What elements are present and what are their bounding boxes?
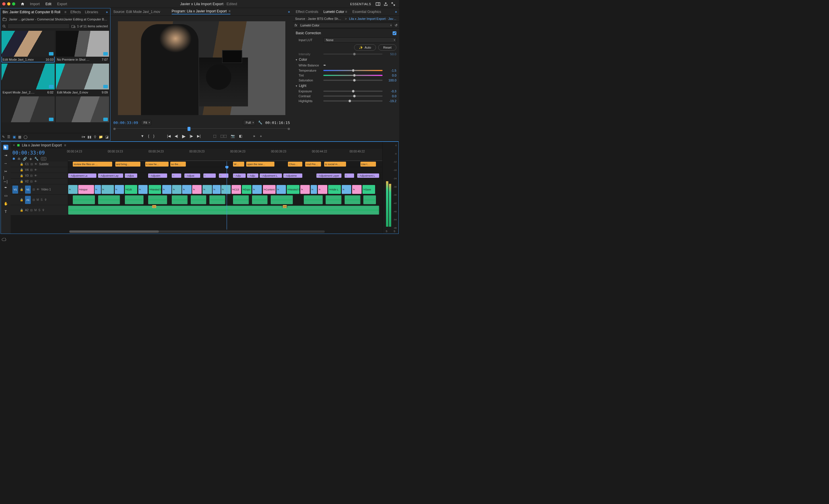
subtitle-clip[interactable]: Choo… [288, 162, 302, 167]
sort-icon[interactable]: ≡▾ [81, 135, 85, 139]
bin-clip[interactable]: Edit Mode Javi_1.mov16:03 [1, 31, 55, 63]
audio-clip[interactable] [233, 195, 249, 204]
source-monitor-tab[interactable]: Source: Edit Mode Javi_1.mov [113, 10, 160, 14]
input-lut-dropdown[interactable]: None [323, 37, 396, 43]
hand-tool[interactable]: ✋ [3, 201, 8, 206]
lock-icon[interactable]: 🔒 [20, 209, 23, 212]
highlights-value[interactable]: -19.2 [385, 99, 396, 103]
solo-right[interactable]: S [394, 230, 395, 233]
track-target[interactable]: V1 [25, 185, 31, 193]
creative-cloud-icon[interactable] [2, 238, 6, 241]
track-lane[interactable]: fx Adjustment Lafx Adjustment Layfx Adju… [68, 173, 382, 178]
video-clip[interactable]: fx [252, 185, 262, 194]
type-tool[interactable]: T [3, 209, 8, 214]
video-clip[interactable]: fx [115, 185, 124, 194]
timeline-timecode[interactable]: 00:00:33:09 [12, 150, 66, 156]
bin-clip[interactable] [1, 96, 55, 128]
toggle-output-icon[interactable]: 👁 [34, 174, 37, 177]
video-clip[interactable]: fx [203, 185, 212, 194]
basic-correction-toggle[interactable] [393, 31, 396, 35]
video-clip[interactable]: fx Save [362, 185, 375, 194]
playhead[interactable] [227, 161, 227, 229]
toggle-output-icon[interactable]: 👁 [34, 168, 37, 172]
video-clip[interactable]: fx [342, 185, 351, 194]
monitor-expand-icon[interactable]: » [288, 10, 290, 14]
fit-dropdown[interactable]: Fit [141, 120, 151, 125]
intensity-slider[interactable] [323, 53, 383, 55]
adjustment-clip[interactable]: fx Adjustme [283, 174, 302, 178]
minimize-window-button[interactable] [7, 2, 10, 5]
adjustment-clip[interactable]: fx [203, 174, 216, 178]
zoom-slider-icon[interactable]: ◯ [24, 135, 27, 139]
video-clip[interactable]: fx [138, 185, 148, 194]
monitor-scrubber[interactable] [113, 126, 290, 132]
audio-clip[interactable] [363, 195, 376, 204]
adjustment-clip[interactable]: fx Adjustm [148, 174, 167, 178]
bin-clip[interactable]: Export Mode Javi_2.mov6:02 [1, 64, 55, 95]
sequence-close-icon[interactable]: × [13, 143, 15, 147]
track-lane[interactable]: CoConst [68, 205, 382, 215]
basic-correction-header[interactable]: Basic Correction [296, 31, 321, 35]
lock-icon[interactable]: 🔒 [20, 180, 23, 183]
timeline-ruler[interactable]: 00:00:14:2300:00:19:2300:00:24:2300:00:2… [68, 149, 382, 161]
track-select-tool[interactable]: ⇥ [3, 153, 8, 158]
bin-breadcrumb[interactable]: Javier …ge\Javier - Commercial Shots\Jav… [0, 16, 110, 23]
reset-effect-icon[interactable]: ↺ [395, 23, 398, 27]
adjustment-clip[interactable]: fx Adjustment Lay [98, 174, 123, 178]
step-forward-icon[interactable]: |▶ [189, 134, 193, 139]
video-clip[interactable]: fx Nested S [149, 185, 161, 194]
video-clip[interactable]: fx Edit [125, 185, 138, 194]
temperature-value[interactable]: -1.5 [385, 69, 396, 72]
tab-export[interactable]: Export [57, 2, 67, 6]
bin-clip[interactable]: No Premiere in Shot Editi…7:07 [56, 31, 109, 63]
subtitle-clip[interactable]: to social m… [324, 162, 346, 167]
go-to-out-icon[interactable]: ▶| [196, 134, 201, 139]
subtitle-clip[interactable]: And Pre… [305, 162, 321, 167]
video-clip[interactable]: fx [213, 185, 220, 194]
audio-clip[interactable] [172, 195, 187, 204]
ripple-edit-tool[interactable]: ↔ [3, 161, 8, 166]
snap-icon[interactable]: ✱ [12, 157, 15, 161]
close-window-button[interactable] [2, 2, 5, 5]
panel-expand-icon[interactable]: » [106, 10, 108, 14]
saturation-slider[interactable] [323, 80, 383, 81]
audio-clip[interactable] [326, 195, 341, 204]
lock-icon[interactable]: 🔒 [20, 198, 23, 202]
tab-effect-controls[interactable]: Effect Controls [296, 10, 318, 14]
bin-clip[interactable]: Edit Mode Javi_0.mov9:09 [56, 64, 109, 95]
adjustment-clip[interactable]: fx [172, 174, 181, 178]
contrast-slider[interactable] [323, 96, 383, 97]
track-header[interactable]: 🔒 V4 ⊟ 👁 [11, 167, 68, 173]
zoom-dropdown[interactable]: Full [243, 120, 255, 125]
bin-clip[interactable] [56, 96, 109, 128]
lock-icon[interactable]: 🔒 [20, 168, 23, 172]
adjustment-clip[interactable]: fx Adjus [125, 174, 138, 178]
timeline-zoom-scrollbar[interactable] [69, 230, 325, 233]
extract-icon[interactable]: ⬚⬚ [220, 134, 227, 139]
magnet-icon[interactable]: ⋒ [17, 157, 21, 161]
tint-value[interactable]: 0.0 [385, 74, 396, 77]
lock-icon[interactable]: 🔒 [20, 174, 23, 177]
video-clip[interactable]: fx Hide L [328, 185, 341, 194]
source-patch[interactable]: V1 [12, 185, 18, 193]
track-lane[interactable]: review the files on …and bring…A new he…… [68, 161, 382, 167]
track-header[interactable]: 🔒 A2 ⊟ M S🎙 [11, 205, 68, 215]
track-lane[interactable] [68, 195, 382, 205]
contrast-value[interactable]: 0.0 [385, 94, 396, 98]
step-back-icon[interactable]: ◀| [174, 134, 179, 139]
sync-lock-icon[interactable]: ⊟ [30, 168, 33, 172]
find-icon[interactable]: ⚲ [94, 135, 96, 139]
video-clip[interactable]: fx Content [263, 185, 276, 194]
slip-tool[interactable]: |↔| [3, 177, 8, 182]
clip-marker[interactable]: Const [283, 205, 287, 208]
audio-clip[interactable] [345, 195, 360, 204]
sync-lock-icon[interactable]: ⊟ [31, 163, 33, 166]
adjustment-clip[interactable]: fx Adjustment L [357, 174, 379, 178]
subtitle-clip[interactable]: and bring… [115, 162, 140, 167]
video-clip[interactable]: fx [318, 185, 327, 194]
toggle-output-icon[interactable]: 👁 [35, 163, 37, 166]
audio-clip[interactable] [252, 195, 268, 204]
track-header[interactable]: 🔒 A1 ⊟ M S🎙 [11, 195, 68, 205]
timeline-tracks[interactable]: 🔒 C1 ⊟ 👁 Subtitle review the files on …a… [11, 161, 382, 229]
lumetri-effect-dropdown[interactable]: Lumetri Color [299, 23, 393, 28]
